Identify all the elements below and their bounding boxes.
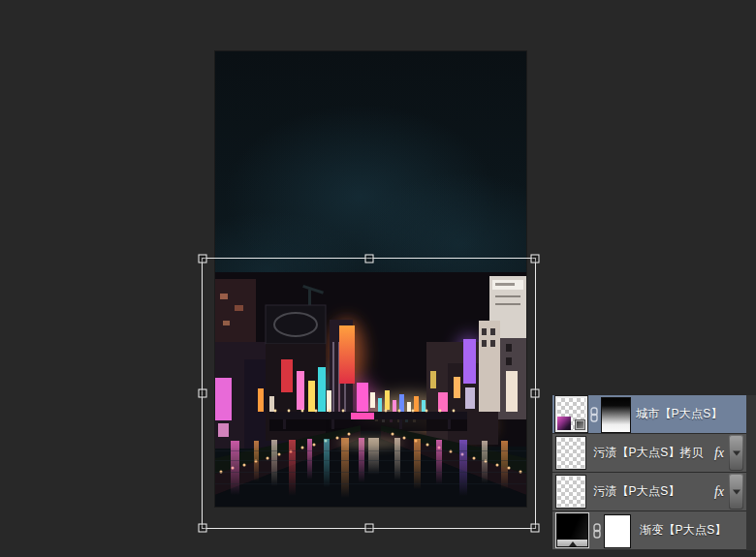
gradient-fill-thumbnail[interactable] — [555, 512, 589, 548]
layer-content-preview — [557, 417, 571, 430]
transform-handle-middle-left[interactable] — [199, 389, 207, 398]
layer-name: 污渍【P大点S】拷贝 — [593, 445, 704, 461]
transform-handle-middle-right[interactable] — [531, 389, 540, 398]
effects-collapse-button[interactable] — [729, 474, 743, 510]
layer-row-city[interactable]: 城市【P大点S】 — [552, 395, 746, 433]
transform-handle-top-middle[interactable] — [364, 255, 373, 263]
layers-panel-edge — [746, 395, 756, 550]
transform-handle-top-right[interactable] — [531, 255, 540, 263]
transform-handle-bottom-right[interactable] — [531, 524, 540, 533]
layer-name: 渐变【P大点S】 — [640, 522, 727, 539]
link-icon — [589, 407, 599, 422]
chevron-down-icon — [733, 489, 740, 494]
link-icon — [592, 523, 602, 539]
layer-thumbnail[interactable] — [556, 437, 585, 469]
gradient-preview — [557, 514, 587, 541]
layer-effects-fx-icon: fx — [714, 446, 724, 461]
free-transform-box[interactable] — [202, 258, 536, 529]
gradient-stop-marker — [569, 542, 577, 546]
layers-panel: 城市【P大点S】 污渍【P大点S】拷贝 fx 污渍【P大点S】 fx — [552, 395, 756, 550]
layer-mask-thumbnail[interactable] — [604, 514, 631, 548]
transform-handle-bottom-left[interactable] — [199, 524, 207, 533]
layer-name: 城市【P大点S】 — [636, 406, 723, 422]
layer-effects-fx-icon: fx — [714, 484, 724, 500]
layer-row-stain[interactable]: 污渍【P大点S】 fx — [552, 473, 746, 511]
chevron-down-icon — [733, 450, 740, 455]
layer-row-gradient[interactable]: 渐变【P大点S】 — [552, 511, 746, 549]
layer-thumbnail[interactable] — [556, 476, 585, 508]
transform-handle-top-left[interactable] — [199, 255, 207, 263]
layer-name: 污渍【P大点S】 — [593, 483, 680, 500]
smart-object-badge-icon — [575, 419, 585, 430]
workspace: 城市【P大点S】 污渍【P大点S】拷贝 fx 污渍【P大点S】 fx — [0, 0, 756, 557]
transform-handle-bottom-middle[interactable] — [364, 524, 373, 533]
layer-thumbnail[interactable] — [555, 396, 587, 432]
layer-mask-thumbnail[interactable] — [601, 397, 631, 433]
effects-collapse-button[interactable] — [729, 435, 743, 471]
layer-row-stain-copy[interactable]: 污渍【P大点S】拷贝 fx — [552, 434, 746, 472]
